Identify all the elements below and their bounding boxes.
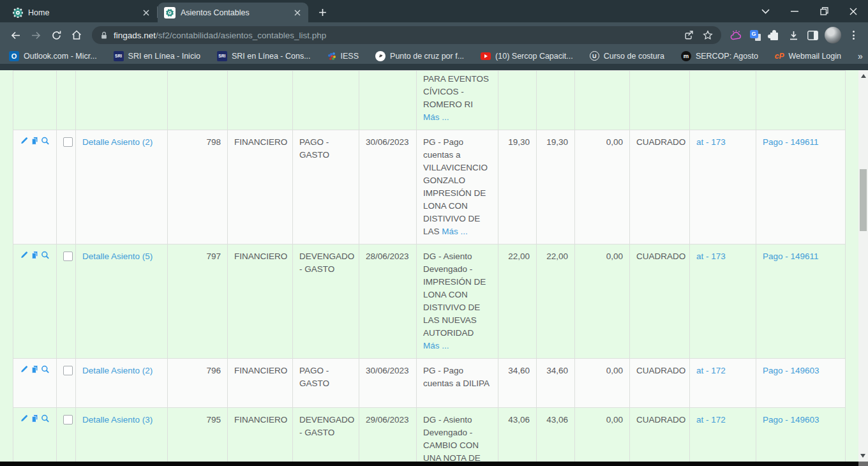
bookmark-curso-costura[interactable]: U Curso de costura [590, 51, 664, 61]
debe-cell: 19,30 [498, 130, 537, 244]
edit-pencil-icon[interactable] [20, 136, 29, 146]
search-icon[interactable] [41, 365, 50, 374]
browser-toolbar: fingads.net/sf2/contabilidad/asientos_co… [0, 22, 868, 48]
row-checkbox[interactable] [63, 415, 73, 425]
bookmark-star-icon[interactable] [698, 26, 717, 44]
pago-link[interactable]: Pago - 149611 [763, 137, 819, 147]
url-text[interactable]: fingads.net/sf2/contabilidad/asientos_co… [114, 31, 679, 40]
at-link[interactable]: at - 172 [696, 366, 726, 375]
tab-home[interactable]: Home [6, 3, 157, 22]
search-icon[interactable] [41, 414, 50, 423]
site-favicon-icon [13, 8, 23, 18]
detalle-asiento-link[interactable]: Detalle Asiento (3) [82, 415, 153, 425]
vertical-scrollbar[interactable] [858, 70, 868, 462]
browser-window: Home Asientos Contables [0, 0, 868, 466]
more-link[interactable]: Más ... [423, 341, 449, 350]
menu-dots-icon[interactable] [844, 26, 863, 45]
copy-icon[interactable] [31, 365, 40, 374]
asientos-table: PARA EVENTOS CÍVICOS - ROMERO RI Más ... [13, 70, 846, 466]
edit-pencil-icon[interactable] [20, 250, 29, 260]
back-icon[interactable] [5, 25, 26, 45]
pago-link[interactable]: Pago - 149603 [763, 366, 819, 375]
modulo-cell: FINANCIERO [228, 408, 293, 466]
search-icon[interactable] [41, 250, 50, 260]
tab-title: Home [28, 8, 135, 17]
scroll-down-icon[interactable] [860, 454, 865, 458]
row-select-cell [57, 244, 76, 359]
bookmark-sri-inicio[interactable]: SRI SRI en Línea - Inicio [114, 51, 200, 61]
bookmarks-bar: O Outlook.com - Micr... SRI SRI en Línea… [0, 48, 868, 64]
debe-cell: 34,60 [498, 359, 537, 408]
home-icon[interactable] [66, 25, 87, 45]
debe-cell: 22,00 [498, 244, 537, 359]
share-icon[interactable] [679, 26, 698, 44]
fecha-cell: 30/06/2023 [359, 130, 417, 244]
scrollbar-thumb[interactable] [860, 169, 867, 231]
outlook-icon: O [9, 51, 19, 61]
modulo-cell: FINANCIERO [228, 359, 293, 408]
tab-close-icon[interactable] [292, 7, 303, 19]
pago-link[interactable]: Pago - 149603 [763, 415, 819, 425]
bookmarks-overflow-chevron[interactable]: » [858, 51, 863, 61]
bookmark-sri-consultas[interactable]: SRI SRI en Línea - Cons... [217, 51, 311, 61]
bookmark-sercop-agosto[interactable]: m SERCOP: Agosto [681, 51, 758, 61]
edit-pencil-icon[interactable] [20, 414, 29, 423]
table-row: PARA EVENTOS CÍVICOS - ROMERO RI Más ... [13, 71, 846, 130]
fecha-cell: 29/06/2023 [359, 408, 417, 466]
tab-search-chevron-icon[interactable] [751, 0, 780, 22]
detalle-asiento-link[interactable]: Detalle Asiento (2) [82, 366, 153, 375]
search-icon[interactable] [41, 136, 50, 146]
downloads-icon[interactable] [784, 26, 803, 45]
forward-icon[interactable] [26, 25, 46, 45]
extension-cloud-icon[interactable] [726, 26, 745, 45]
horizontal-scrollbar[interactable] [0, 462, 858, 466]
sri-icon: SRI [114, 51, 124, 61]
tipo-cell: PAGO - GASTO [293, 359, 359, 408]
description-cell: PARA EVENTOS CÍVICOS - ROMERO RI Más ... [417, 71, 498, 130]
reload-icon[interactable] [46, 25, 66, 45]
estado-cell: CUADRADO [630, 408, 690, 466]
at-link[interactable]: at - 173 [696, 137, 726, 147]
detalle-asiento-link[interactable]: Detalle Asiento (2) [82, 137, 153, 147]
detalle-asiento-link[interactable]: Detalle Asiento (5) [82, 252, 153, 261]
tab-asientos-contables[interactable]: Asientos Contables [158, 3, 308, 22]
url-path: /sf2/contabilidad/asientos_contables_lis… [156, 31, 326, 40]
bookmark-iess[interactable]: IESS [327, 52, 359, 61]
row-checkbox[interactable] [63, 366, 73, 375]
at-link[interactable]: at - 172 [696, 415, 726, 425]
scroll-up-icon[interactable] [861, 74, 866, 78]
copy-icon[interactable] [31, 250, 40, 260]
side-panel-icon[interactable] [803, 26, 822, 45]
diferencia-cell: 0,00 [575, 130, 630, 244]
translate-icon[interactable]: G [745, 26, 765, 45]
copy-icon[interactable] [31, 414, 40, 423]
close-button[interactable] [839, 0, 868, 22]
bookmark-outlook[interactable]: O Outlook.com - Micr... [9, 51, 97, 61]
at-link[interactable]: at - 173 [696, 252, 726, 261]
tab-bar: Home Asientos Contables [0, 0, 868, 22]
profile-avatar[interactable] [825, 27, 841, 43]
bookmark-punto-de-cruz[interactable]: Punto de cruz por f... [375, 51, 464, 61]
minimize-button[interactable] [780, 0, 809, 22]
row-checkbox[interactable] [63, 137, 73, 147]
bookmark-webmail[interactable]: cP Webmail Login [775, 52, 841, 61]
pago-link[interactable]: Pago - 149611 [763, 252, 819, 261]
asiento-number: 796 [168, 359, 228, 408]
copy-icon[interactable] [31, 136, 40, 146]
modulo-cell: FINANCIERO [228, 130, 293, 244]
youtube-icon [481, 52, 491, 60]
row-actions-cell [13, 408, 57, 466]
bookmark-sercop-youtube[interactable]: (10) Sercop Capacit... [481, 52, 573, 61]
extensions-puzzle-icon[interactable] [765, 26, 784, 45]
address-bar[interactable]: fingads.net/sf2/contabilidad/asientos_co… [92, 26, 721, 44]
restore-button[interactable] [809, 0, 839, 22]
costura-icon: U [590, 51, 599, 61]
tab-close-icon[interactable] [140, 7, 152, 19]
more-link[interactable]: Más ... [442, 227, 468, 236]
asiento-number: 798 [168, 130, 228, 244]
edit-pencil-icon[interactable] [20, 365, 29, 374]
cpanel-icon: cP [775, 52, 784, 61]
row-checkbox[interactable] [63, 252, 73, 261]
more-link[interactable]: Más ... [423, 112, 449, 122]
new-tab-button[interactable] [313, 3, 331, 21]
